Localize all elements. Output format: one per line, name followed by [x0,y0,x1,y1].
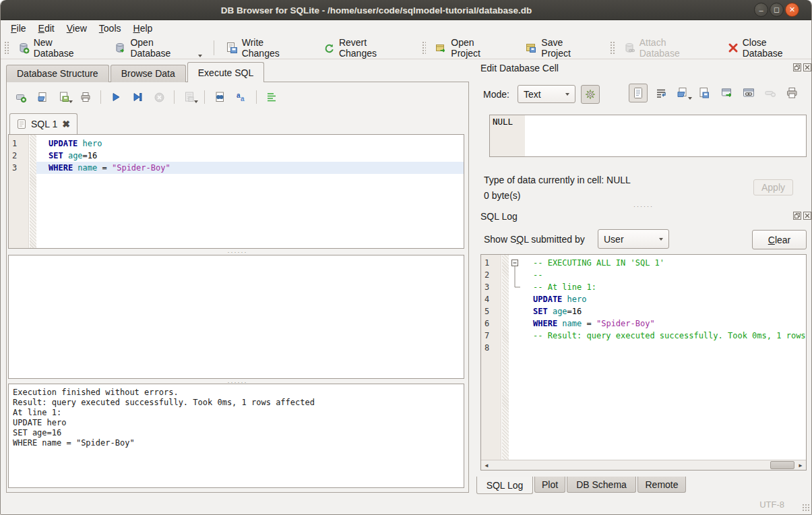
close-panel-icon[interactable] [803,63,811,71]
sql-editor[interactable]: 1UPDATE hero2SET age=163WHERE name = "Sp… [8,134,464,249]
stop-execution-icon[interactable] [150,89,168,105]
toolbar-drag-handle[interactable] [3,40,9,55]
sql-log-panel-title: SQL Log [480,211,518,222]
code-line: 3-- At line 1: [481,281,806,293]
new-sql-tab-icon[interactable] [12,89,30,105]
revert-changes-button[interactable]: Revert Changes [317,34,410,61]
menu-file[interactable]: File [5,22,32,35]
save-project-button[interactable]: Save Project [519,34,598,61]
apply-button[interactable]: Apply [753,179,793,195]
code-line: 6WHERE name = "Spider-Boy" [481,317,806,330]
auto-switch-mode-button[interactable] [581,85,600,104]
sql-log-filter-select[interactable]: User [598,229,669,249]
code-line: 2-- [481,269,806,281]
save-sql-dropdown-arrow[interactable] [69,100,73,103]
float-panel-icon[interactable] [793,212,801,220]
tab-execute-sql[interactable]: Execute SQL [187,62,265,82]
minimize-button[interactable]: – [754,3,768,17]
execute-current-line-icon[interactable] [129,89,146,105]
titlebar[interactable]: DB Browser for SQLite - /home/user/code/… [1,0,812,20]
dock-tab-plot[interactable]: Plot [534,477,565,493]
float-panel-icon[interactable] [793,63,801,71]
dock-tab-db-schema[interactable]: DB Schema [567,477,636,493]
execution-log-pane[interactable]: Execution finished without errors. Resul… [8,384,464,488]
fold-marker[interactable] [509,269,521,281]
toolbar-drag-handle[interactable] [609,40,615,55]
set-null-icon[interactable] [762,85,778,101]
close-database-icon [728,42,739,53]
code-line: 3WHERE name = "Spider-Boy" [9,162,464,174]
save-sql-file-icon[interactable] [55,89,73,105]
fold-marker[interactable] [509,293,521,305]
attach-database-button[interactable]: Attach Database [617,34,712,61]
fold-marker[interactable] [509,330,521,342]
write-changes-button[interactable]: Write Changes [220,34,307,61]
word-wrap-icon[interactable] [263,89,280,105]
fold-marker[interactable] [509,305,521,317]
tab-browse-data[interactable]: Browse Data [111,65,186,82]
clear-log-button[interactable]: Clear [752,230,807,249]
maximize-button[interactable]: ◻ [770,3,784,17]
find-in-sql-icon[interactable] [211,89,228,105]
toolbar-separator [214,40,214,55]
cell-editor[interactable]: NULL [489,115,807,157]
save-results-dropdown-arrow[interactable] [194,100,198,103]
fold-marker[interactable] [509,342,521,354]
auto-format-icon[interactable]: aa [232,89,250,105]
save-results-icon[interactable] [181,89,198,105]
scroll-right-arrow[interactable]: ▶ [796,460,805,470]
open-database-button[interactable]: Open Database [108,34,208,61]
fold-marker[interactable] [509,257,521,269]
mode-select[interactable]: Text [518,85,575,103]
cell-type-info: Type of data currently in cell: NULL [484,175,631,185]
horizontal-scrollbar[interactable]: ◀ ▶ [481,460,806,470]
sql-log-filter-value: User [604,234,624,245]
sql-log-filter-label: Show SQL submitted by [484,234,585,245]
menu-tools[interactable]: Tools [93,22,127,35]
open-sql-file-icon[interactable] [34,89,51,105]
menu-help[interactable]: Help [127,22,159,35]
code-line: 8 [481,342,806,354]
import-data-icon[interactable] [675,85,691,101]
text-mode-button[interactable] [629,84,648,102]
resize-grip[interactable] [802,504,810,512]
edit-cell-panel-title: Edit Database Cell [480,63,559,73]
code-line: 1UPDATE hero [9,138,464,150]
open-project-icon [435,42,447,54]
dock-tab-remote[interactable]: Remote [637,477,686,493]
word-wrap-cell-icon[interactable] [653,85,669,101]
print-cell-icon[interactable] [784,85,800,101]
results-pane[interactable] [8,255,464,379]
scrollbar-thumb[interactable] [770,461,794,469]
save-data-icon[interactable] [696,85,712,101]
menu-view[interactable]: View [61,22,93,35]
fold-marker[interactable] [509,281,521,293]
menu-edit[interactable]: Edit [32,22,61,35]
code-line: 7-- Result: query executed successfully.… [481,330,806,342]
close-database-button[interactable]: Close Database [722,34,812,61]
toolbar-drag-handle[interactable] [421,40,427,55]
close-panel-icon[interactable] [803,212,811,220]
sql-toolbar: aa [12,88,280,107]
sql-editor-tab[interactable]: SQL 1 ✖ [9,113,77,134]
write-changes-icon [226,42,238,54]
scroll-left-arrow[interactable]: ◀ [482,460,491,470]
open-database-dropdown-arrow[interactable] [198,55,202,57]
apply-data-icon[interactable] [719,85,735,101]
close-button[interactable]: ✕ [785,3,799,17]
print-sql-icon[interactable] [77,89,94,105]
execute-all-icon[interactable] [107,89,125,105]
tab-database-structure[interactable]: Database Structure [6,65,109,82]
fold-marker[interactable] [509,317,521,330]
save-project-icon [525,42,537,54]
import-dropdown-arrow[interactable] [688,97,692,100]
open-project-button[interactable]: Open Project [429,34,509,61]
sql-log-view[interactable]: 1-- EXECUTING ALL IN 'SQL 1'2--3-- At li… [480,254,807,471]
new-database-button[interactable]: New Database [11,34,99,61]
close-sql-tab-icon[interactable]: ✖ [62,119,70,129]
open-url-link-icon[interactable] [741,85,757,101]
dock-splitter[interactable]: ······ [480,204,807,209]
sql-file-icon [17,119,26,129]
dock-tab-sql-log[interactable]: SQL Log [476,477,533,494]
editor-results-splitter[interactable]: ······ [7,249,468,255]
